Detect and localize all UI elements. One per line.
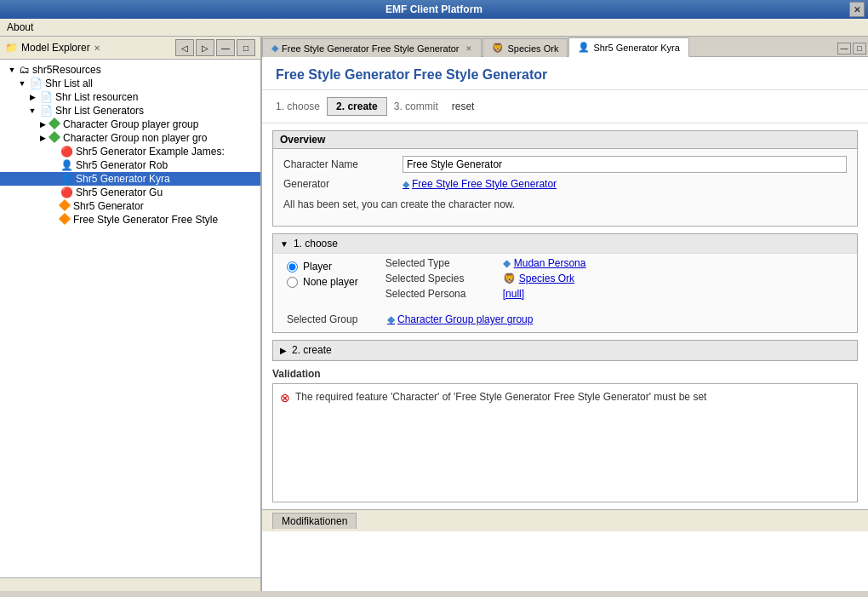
tree-item-free-style-gen[interactable]: Free Style Generator Free Style: [0, 213, 260, 227]
tree-item-shr-list-generators[interactable]: ▼ 📄 Shr List Generators: [0, 104, 260, 118]
selected-species-row: Selected Species 🦁 Species Ork: [385, 273, 586, 284]
tree-item-cg-player-group[interactable]: ▶ Character Group player group: [0, 118, 260, 131]
tree-item-shr-list-all[interactable]: ▼ 📄 Shr List all: [0, 77, 260, 90]
overview-section: Overview Character Name Generator ◆: [272, 130, 858, 227]
selected-species-label: Selected Species: [385, 273, 496, 284]
shr-list-all-icon: 📄: [30, 77, 43, 89]
tree-item-shr5-gen-rob[interactable]: 👤 Shr5 Generator Rob: [0, 158, 260, 172]
reset-button[interactable]: reset: [452, 100, 475, 112]
left-panel-footer: [0, 577, 260, 591]
shr5-gen-kyra-icon: 👤: [60, 173, 73, 185]
create-section-header[interactable]: ▶ 2. create: [273, 341, 857, 360]
about-menu[interactable]: About: [7, 21, 33, 33]
overview-section-title: Overview: [273, 131, 857, 149]
player-radio[interactable]: [287, 261, 298, 273]
model-explorer-icon: 📁: [5, 42, 18, 54]
generator-row: Generator ◆ Free Style Free Style Genera…: [283, 178, 847, 190]
model-explorer-title: Model Explorer: [21, 42, 90, 54]
selected-species-link[interactable]: Species Ork: [519, 273, 574, 284]
tab-species-ork[interactable]: 🦁 Species Ork: [483, 38, 568, 57]
choose-section: ▼ 1. choose Player None player: [272, 233, 858, 333]
selected-species-value: 🦁 Species Ork: [503, 273, 574, 284]
tree-item-shr5-gen-kyra[interactable]: 👤 Shr5 Generator Kyra: [0, 172, 260, 186]
tab-species-ork-icon: 🦁: [492, 43, 504, 54]
selected-group-label: Selected Group: [287, 313, 380, 325]
tab-shr5-kyra[interactable]: 👤 Shr5 Generator Kyra: [568, 37, 689, 57]
expander-shr-list-generators[interactable]: ▼: [27, 106, 37, 116]
tree-item-root[interactable]: ▼ 🗂 shr5Resources: [0, 63, 260, 77]
shr-list-generators-icon: 📄: [40, 105, 53, 117]
character-name-input[interactable]: [403, 156, 847, 173]
tab-free-style-close[interactable]: ✕: [465, 44, 472, 53]
tree-item-shr5-gen-example[interactable]: 🔴 Shr5 Generator Example James:: [0, 145, 260, 158]
modifikationen-tab[interactable]: Modifikationen: [272, 513, 357, 529]
expander-shr5-gen: [48, 201, 58, 211]
shr-list-generators-label: Shr List Generators: [55, 105, 144, 117]
selected-group-value[interactable]: ◆ Character Group player group: [387, 313, 533, 325]
toolbar-btn-maximize[interactable]: □: [237, 39, 255, 56]
create-section-title: 2. create: [292, 344, 332, 356]
selected-persona-value: [null]: [503, 288, 524, 300]
tree-item-cg-non-player[interactable]: ▶ Character Group non player gro: [0, 131, 260, 145]
tree-item-shr5-gen-gu[interactable]: 🔴 Shr5 Generator Gu: [0, 186, 260, 199]
toolbar-btn-back[interactable]: ◁: [175, 39, 194, 56]
free-style-gen-label: Free Style Generator Free Style: [73, 214, 218, 226]
expander-shr5-gen-gu: [48, 187, 58, 198]
selected-group-icon: ◆: [387, 313, 395, 325]
generator-link-text: Free Style Free Style Generator: [412, 178, 557, 190]
right-panel: ◆ Free Style Generator Free Style Genera…: [262, 37, 868, 591]
left-panel-header: 📁 Model Explorer ✕ ◁ ▷ — □: [0, 37, 260, 60]
selected-group-row: Selected Group ◆ Character Group player …: [273, 310, 857, 332]
tree-item-shr-list-resourcen[interactable]: ▶ 📄 Shr List resourcen: [0, 90, 260, 104]
expander-cg-non-player[interactable]: ▶: [37, 133, 48, 143]
tab-free-style-label: Free Style Generator Free Style Generato…: [282, 43, 459, 54]
content-title: Free Style Generator Free Style Generato…: [262, 57, 868, 90]
expander-shr-list-resourcen[interactable]: ▶: [27, 92, 37, 102]
tab-shr5-kyra-icon: 👤: [578, 42, 590, 53]
generator-label: Generator: [283, 178, 403, 190]
choose-section-header[interactable]: ▼ 1. choose: [273, 234, 857, 254]
character-name-label: Character Name: [283, 158, 403, 170]
info-row: All has been set, you can create the cha…: [283, 195, 847, 214]
expander-shr5-gen-kyra: [48, 174, 58, 184]
shr5-gen-label: Shr5 Generator: [73, 200, 144, 212]
character-name-row: Character Name: [283, 156, 847, 173]
expander-cg-player[interactable]: ▶: [37, 119, 48, 129]
shr5-gen-gu-icon: 🔴: [60, 187, 73, 198]
model-explorer-header: 📁 Model Explorer ✕: [5, 42, 100, 54]
character-name-value: [403, 156, 847, 173]
selected-type-value: ◆ Mudan Persona: [503, 257, 586, 269]
expander-free-style-gen: [48, 215, 58, 225]
none-player-radio[interactable]: [287, 277, 298, 288]
cg-non-player-label: Character Group non player gro: [63, 132, 207, 144]
info-text: All has been set, you can create the cha…: [283, 195, 515, 214]
header-close-icon[interactable]: ✕: [94, 43, 100, 53]
expander-root[interactable]: ▼: [7, 65, 17, 75]
tree-item-shr5-gen[interactable]: Shr5 Generator: [0, 199, 260, 213]
tab-nav-minimize[interactable]: —: [837, 43, 851, 55]
close-button[interactable]: ✕: [849, 2, 865, 17]
selected-type-link[interactable]: Mudan Persona: [514, 257, 586, 269]
shr5-gen-example-label: Shr5 Generator Example James:: [76, 146, 225, 158]
toolbar-buttons: ◁ ▷ — □: [175, 39, 255, 56]
shr5-gen-icon: [60, 200, 71, 212]
choose-collapse-arrow: ▼: [280, 239, 288, 249]
content-area: Free Style Generator Free Style Generato…: [262, 57, 868, 591]
toolbar-btn-forward[interactable]: ▷: [196, 39, 214, 56]
validation-box: ⊗ The required feature 'Character' of 'F…: [272, 383, 858, 502]
generator-link[interactable]: ◆ Free Style Free Style Generator: [403, 178, 847, 190]
cg-non-player-icon: [50, 132, 60, 144]
tab-nav-maximize[interactable]: □: [853, 43, 866, 55]
step3-label[interactable]: 3. commit: [394, 100, 438, 112]
player-radio-label: Player: [303, 261, 332, 273]
step1-label[interactable]: 1. choose: [276, 100, 320, 112]
expander-shr5-gen-rob: [48, 160, 58, 170]
step2-button[interactable]: 2. create: [327, 97, 387, 116]
shr5-gen-gu-label: Shr5 Generator Gu: [76, 187, 163, 198]
tab-free-style[interactable]: ◆ Free Style Generator Free Style Genera…: [262, 38, 482, 57]
menu-bar: About: [0, 19, 868, 37]
create-collapse-arrow: ▶: [280, 346, 287, 355]
selected-persona-link[interactable]: [null]: [503, 288, 524, 300]
expander-shr-list-all[interactable]: ▼: [17, 78, 27, 89]
toolbar-btn-minimize[interactable]: —: [216, 39, 235, 56]
